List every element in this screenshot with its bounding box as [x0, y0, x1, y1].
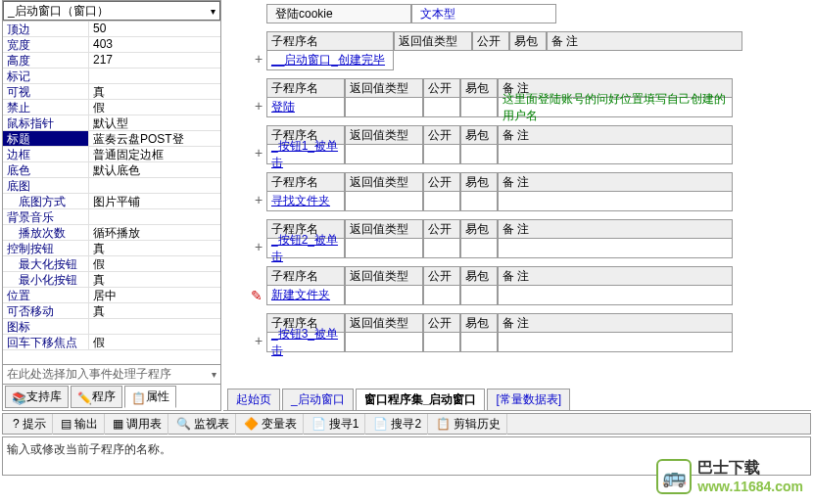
- proc-cell[interactable]: [423, 192, 460, 211]
- proc-name[interactable]: _按钮2_被单击: [266, 239, 345, 258]
- proc-name[interactable]: 登陆: [266, 98, 345, 117]
- property-row[interactable]: 可视真: [3, 84, 220, 100]
- proc-cell[interactable]: [345, 98, 423, 117]
- property-value[interactable]: 50: [89, 22, 220, 36]
- property-value[interactable]: 假: [89, 100, 220, 115]
- expand-icon[interactable]: +: [253, 100, 264, 112]
- proc-cell[interactable]: [345, 192, 423, 211]
- property-value[interactable]: 循环播放: [89, 225, 220, 240]
- proc-cell[interactable]: [460, 98, 498, 117]
- proc-name[interactable]: _按钮1_被单击: [266, 145, 345, 164]
- property-row[interactable]: 控制按钮真: [3, 241, 220, 256]
- tab-program[interactable]: ✏️程序: [71, 386, 122, 408]
- property-row[interactable]: 底图方式图片平铺: [3, 194, 220, 209]
- proc-cell[interactable]: [345, 333, 423, 352]
- tab-watch[interactable]: 🔍监视表: [170, 414, 236, 435]
- tab-procedure-set[interactable]: 窗口程序集_启动窗口: [356, 389, 486, 410]
- property-row[interactable]: 播放次数循环播放: [3, 225, 220, 241]
- tab-output[interactable]: ▤输出: [55, 414, 105, 435]
- property-value[interactable]: 图片平铺: [89, 194, 220, 208]
- tab-variables[interactable]: 🔶变量表: [238, 414, 304, 435]
- proc-cell[interactable]: [460, 192, 498, 211]
- property-value[interactable]: 普通固定边框: [89, 147, 220, 161]
- property-value[interactable]: [89, 69, 220, 83]
- tab-find1[interactable]: 📄搜寻1: [306, 414, 366, 435]
- property-grid[interactable]: 顶边50宽度403高度217标记可视真禁止假鼠标指针默认型标题蓝奏云盘POST登…: [3, 21, 220, 364]
- tab-call-table[interactable]: ▦调用表: [107, 414, 168, 435]
- property-value[interactable]: 假: [89, 256, 220, 271]
- tab-property[interactable]: 📋属性: [124, 386, 176, 408]
- proc-cell[interactable]: [345, 286, 423, 305]
- proc-cell[interactable]: [460, 239, 498, 258]
- event-handler-select[interactable]: 在此处选择加入事件处理子程序: [3, 364, 220, 384]
- property-row[interactable]: 底色默认底色: [3, 162, 220, 178]
- property-value[interactable]: 403: [89, 37, 220, 52]
- property-row[interactable]: 宽度403: [3, 37, 220, 53]
- proc-cell[interactable]: [498, 333, 733, 352]
- proc-cell[interactable]: [460, 286, 498, 305]
- property-value[interactable]: 居中: [89, 288, 220, 302]
- proc-cell[interactable]: [423, 286, 460, 305]
- proc-cell[interactable]: [423, 98, 460, 117]
- property-value[interactable]: 真: [89, 84, 220, 99]
- property-row[interactable]: 禁止假: [3, 100, 220, 115]
- property-row[interactable]: 最小化按钮真: [3, 272, 220, 288]
- property-row[interactable]: 最大化按钮假: [3, 256, 220, 272]
- property-value[interactable]: [89, 319, 220, 334]
- proc-cell[interactable]: [498, 145, 733, 164]
- property-row[interactable]: 高度217: [3, 53, 220, 69]
- property-value[interactable]: 蓝奏云盘POST登: [89, 131, 220, 146]
- proc-cell[interactable]: [423, 333, 460, 352]
- property-row[interactable]: 回车下移焦点假: [3, 335, 220, 350]
- expand-icon[interactable]: +: [253, 147, 264, 159]
- property-value[interactable]: 217: [89, 53, 220, 68]
- property-row[interactable]: 鼠标指针默认型: [3, 115, 220, 131]
- property-value[interactable]: 默认型: [89, 115, 220, 130]
- var-name-cell[interactable]: 登陆cookie: [266, 4, 411, 23]
- proc-cell[interactable]: [460, 333, 498, 352]
- property-value[interactable]: 默认底色: [89, 162, 220, 177]
- tab-find2[interactable]: 📄搜寻2: [367, 414, 428, 435]
- property-row[interactable]: 底图: [3, 178, 220, 194]
- proc-cell[interactable]: [345, 145, 423, 164]
- property-row[interactable]: 位置居中: [3, 288, 220, 303]
- property-value[interactable]: 假: [89, 335, 220, 349]
- tab-clipboard[interactable]: 📋剪辑历史: [430, 414, 507, 435]
- property-row[interactable]: 可否移动真: [3, 303, 220, 319]
- tab-startup-window[interactable]: _启动窗口: [282, 389, 354, 410]
- expand-icon[interactable]: +: [253, 241, 264, 252]
- property-value[interactable]: [89, 178, 220, 193]
- proc-name[interactable]: _按钮3_被单击: [266, 333, 345, 352]
- expand-icon[interactable]: +: [253, 335, 264, 346]
- pencil-icon[interactable]: ✎: [251, 288, 263, 303]
- property-value[interactable]: 真: [89, 303, 220, 318]
- expand-icon[interactable]: +: [253, 53, 264, 65]
- proc-cell[interactable]: [460, 145, 498, 164]
- proc-cell[interactable]: [498, 239, 733, 258]
- property-row[interactable]: 背景音乐: [3, 209, 220, 225]
- proc-name[interactable]: 寻找文件夹: [266, 192, 345, 211]
- tab-hint[interactable]: ?提示: [7, 414, 53, 435]
- proc-cell[interactable]: 这里面登陆账号的问好位置填写自己创建的用户名: [498, 98, 733, 117]
- proc-cell[interactable]: [498, 286, 733, 305]
- property-value[interactable]: 真: [89, 272, 220, 287]
- property-row[interactable]: 图标: [3, 319, 220, 335]
- property-row[interactable]: 边框普通固定边框: [3, 147, 220, 162]
- proc-cell[interactable]: [423, 145, 460, 164]
- property-value[interactable]: [89, 209, 220, 224]
- proc-cell[interactable]: [345, 239, 423, 258]
- property-value[interactable]: 真: [89, 241, 220, 255]
- property-row[interactable]: 标题蓝奏云盘POST登: [3, 131, 220, 147]
- var-type-cell[interactable]: 文本型: [411, 4, 556, 23]
- proc-cell[interactable]: [498, 192, 733, 211]
- tab-start-page[interactable]: 起始页: [227, 389, 280, 410]
- property-row[interactable]: 顶边50: [3, 22, 220, 37]
- proc-cell[interactable]: [423, 239, 460, 258]
- proc-name[interactable]: __启动窗口_创建完毕: [266, 51, 394, 70]
- expand-icon[interactable]: +: [253, 194, 264, 206]
- object-dropdown[interactable]: _启动窗口（窗口）: [3, 1, 220, 21]
- tab-support-lib[interactable]: 📚支持库: [5, 386, 69, 408]
- proc-name[interactable]: 新建文件夹: [266, 286, 345, 305]
- tab-constants[interactable]: [常量数据表]: [487, 389, 570, 410]
- property-row[interactable]: 标记: [3, 69, 220, 84]
